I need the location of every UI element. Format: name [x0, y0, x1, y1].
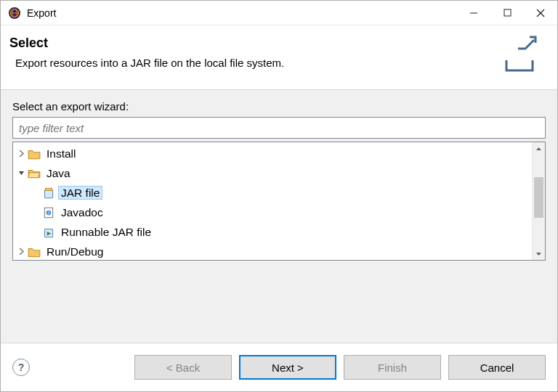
tree-item-label: Javadoc	[58, 205, 106, 220]
scroll-thumb[interactable]	[534, 177, 543, 218]
close-button[interactable]	[524, 1, 557, 25]
tree-item-label: Run/Debug	[44, 245, 106, 258]
svg-rect-9	[46, 188, 52, 190]
maximize-button[interactable]	[490, 1, 524, 25]
export-icon	[499, 36, 540, 76]
tree-item-label: JAR file	[58, 186, 102, 200]
back-button[interactable]: < Back	[134, 355, 232, 380]
scroll-down-button[interactable]	[533, 247, 545, 260]
folder-icon	[28, 147, 41, 160]
tree-item-label: Runnable JAR file	[58, 225, 154, 240]
folder-icon	[28, 245, 41, 258]
wizard-body: Select an export wizard: Install	[1, 89, 557, 343]
eclipse-icon	[8, 7, 21, 20]
export-tree: Install Java	[12, 142, 546, 261]
tree-item-install[interactable]: Install	[16, 144, 532, 163]
window-title: Export	[27, 7, 56, 19]
tree-item-label: Install	[44, 147, 79, 161]
svg-text:J: J	[48, 211, 50, 215]
wizard-header: Select Export resources into a JAR file …	[1, 25, 557, 89]
tree-item-javadoc[interactable]: J Javadoc	[31, 203, 532, 222]
svg-rect-8	[44, 189, 52, 197]
titlebar: Export	[1, 1, 557, 25]
minimize-button[interactable]	[457, 1, 490, 25]
jar-icon	[42, 187, 55, 200]
page-title: Select	[9, 36, 499, 51]
tree-viewport[interactable]: Install Java	[13, 142, 532, 260]
scroll-up-button[interactable]	[533, 142, 545, 155]
chevron-down-icon[interactable]	[16, 170, 26, 176]
tree-item-jar-file[interactable]: JAR file	[31, 183, 532, 203]
tree-item-run-debug[interactable]: Run/Debug	[16, 242, 532, 258]
chevron-right-icon[interactable]	[16, 248, 26, 255]
svg-rect-5	[504, 9, 511, 16]
tree-item-runnable-jar[interactable]: Runnable JAR file	[31, 222, 532, 242]
tree-label: Select an export wizard:	[12, 100, 546, 113]
export-dialog: Export Select Export resources into a JA…	[0, 0, 558, 392]
tree-item-label: Java	[44, 166, 73, 181]
filter-input[interactable]	[12, 117, 546, 139]
wizard-footer: ? < Back Next > Finish Cancel	[1, 343, 557, 391]
finish-button[interactable]: Finish	[344, 355, 441, 380]
javadoc-icon: J	[42, 206, 55, 219]
runnable-jar-icon	[42, 226, 55, 239]
scroll-track[interactable]	[533, 155, 545, 247]
page-description: Export resources into a JAR file on the …	[15, 57, 499, 69]
scrollbar[interactable]	[532, 142, 545, 260]
chevron-right-icon[interactable]	[16, 150, 26, 157]
help-button[interactable]: ?	[12, 359, 30, 376]
tree-item-java[interactable]: Java	[16, 163, 532, 183]
next-button[interactable]: Next >	[239, 355, 336, 380]
cancel-button[interactable]: Cancel	[448, 355, 546, 380]
folder-open-icon	[28, 167, 41, 180]
